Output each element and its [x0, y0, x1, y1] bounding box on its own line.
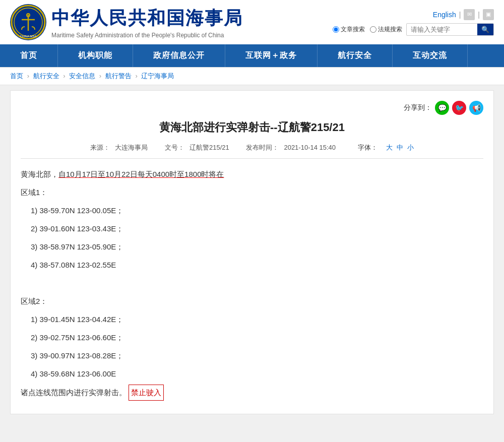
nav-link-home[interactable]: 首页 [0, 44, 57, 67]
breadcrumb-safety[interactable]: 航行安全 [33, 72, 59, 80]
font-size-ctrl: 字体： 大 中 小 [353, 144, 414, 151]
header-right: English | ✉ | ▣ 文章搜索 法规搜索 [333, 9, 494, 36]
nav-link-internet[interactable]: 互联网＋政务 [225, 44, 317, 67]
footer-highlight: 禁止驶入 [129, 385, 164, 401]
zone2-c2: 2) 39-02.75N 123-06.60E； [31, 333, 123, 342]
search-input-wrap: 🔍 [406, 23, 494, 36]
zone1-c2: 2) 39-01.60N 123-03.43E； [31, 224, 123, 233]
zone1-c4: 4) 38-57.08N 123-02.55E [31, 261, 116, 269]
time-value: 2021-10-14 15:40 [284, 144, 336, 151]
intro-text: 黄海北部， [21, 170, 58, 178]
doc-label: 文号：辽航警215/21 [165, 144, 234, 151]
zone2-label-text: 区域2： [21, 297, 47, 305]
zone1-label-text: 区域1： [21, 188, 47, 197]
nav-bar: 首页 机构职能 政府信息公开 互联网＋政务 航行安全 互动交流 [0, 44, 504, 67]
article-meta: 来源：大连海事局 文号：辽航警215/21 发布时间：2021-10-14 15… [21, 143, 483, 159]
site-title-cn: 中华人民共和国海事局 [51, 6, 243, 31]
article-title: 黄海北部进行实弹射击--辽航警215/21 [21, 120, 483, 135]
svg-text:CHINA MSA: CHINA MSA [20, 35, 36, 38]
article-body: 黄海北部，自10月17日至10月22日每天0400时至1800时将在 区域1： … [21, 167, 483, 401]
nav-item-org[interactable]: 机构职能 [58, 44, 133, 67]
search-input[interactable] [407, 24, 477, 35]
source-value: 大连海事局 [115, 144, 148, 151]
sep1: | [459, 11, 461, 19]
zone1-coord3: 3) 38-58.97N 123-05.90E； [31, 239, 483, 255]
font-large-link[interactable]: 大 [386, 144, 393, 151]
zone1-label: 区域1： [21, 185, 483, 200]
search-radio-group: 文章搜索 法规搜索 [333, 25, 402, 34]
sep2: | [478, 11, 480, 19]
share-weibo-icon[interactable]: 🐦 [452, 101, 466, 115]
site-title-en: Maritime Safety Administration of the Pe… [51, 32, 243, 39]
font-small-link[interactable]: 小 [407, 144, 414, 151]
content-wrapper: 分享到： 💬 🐦 📢 黄海北部进行实弹射击--辽航警215/21 来源：大连海事… [10, 90, 494, 414]
zone1-coord1: 1) 38-59.70N 123-00.05E； [31, 203, 483, 218]
breadcrumb: 首页 › 航行安全 › 安全信息 › 航行警告 › 辽宁海事局 [0, 68, 504, 85]
share-bar: 分享到： 💬 🐦 📢 [21, 101, 483, 115]
breadcrumb-warning[interactable]: 航行警告 [105, 72, 132, 80]
breadcrumb-sep4: › [135, 72, 137, 80]
time-range-text: 自10月17日至10月22日每天0400时至1800时将在 [58, 170, 224, 178]
footer-text: 诸点连线范围内进行实弹射击。 [21, 388, 127, 397]
article-footer: 诸点连线范围内进行实弹射击。禁止驶入 [21, 385, 483, 401]
header-links: English | ✉ | ▣ [433, 9, 494, 20]
breadcrumb-liaoning[interactable]: 辽宁海事局 [141, 72, 174, 80]
share-label: 分享到： [404, 103, 432, 112]
share-qq-icon[interactable]: 📢 [469, 101, 483, 115]
breadcrumb-home[interactable]: 首页 [10, 72, 23, 80]
radio-article-label: 文章搜索 [341, 25, 365, 34]
zone1-c1: 1) 38-59.70N 123-00.05E； [31, 206, 123, 215]
nav-link-safety[interactable]: 航行安全 [318, 44, 392, 67]
zone2-coord2: 2) 39-02.75N 123-06.60E； [31, 330, 483, 345]
zone1-coord4: 4) 38-57.08N 123-02.55E [31, 258, 483, 273]
logo-icon: CHINA MSA [10, 4, 46, 40]
time-label: 发布时间：2021-10-14 15:40 [246, 144, 341, 151]
bookmark-icon[interactable]: ▣ [483, 9, 494, 20]
font-medium-link[interactable]: 中 [397, 144, 403, 151]
zone2-coord1: 1) 39-01.45N 123-04.42E； [31, 312, 483, 327]
article-intro: 黄海北部，自10月17日至10月22日每天0400时至1800时将在 [21, 167, 483, 182]
nav-link-interact[interactable]: 互动交流 [393, 44, 467, 67]
search-button[interactable]: 🔍 [477, 24, 493, 35]
nav-link-gov[interactable]: 政府信息公开 [133, 44, 225, 67]
breadcrumb-sep1: › [27, 72, 29, 80]
radio-article[interactable]: 文章搜索 [333, 25, 365, 34]
zone2-c3: 3) 39-00.97N 123-08.28E； [31, 351, 123, 360]
breadcrumb-info[interactable]: 安全信息 [69, 72, 95, 80]
email-icon[interactable]: ✉ [464, 9, 475, 20]
search-area: 文章搜索 法规搜索 🔍 [333, 23, 494, 36]
breadcrumb-sep3: › [99, 72, 101, 80]
nav-item-safety[interactable]: 航行安全 [318, 44, 393, 67]
breadcrumb-sep2: › [63, 72, 65, 80]
nav-item-home[interactable]: 首页 [0, 44, 58, 67]
radio-law-input[interactable] [370, 26, 376, 33]
zone2-c4: 4) 38-59.68N 123-06.00E [31, 369, 116, 378]
site-title: 中华人民共和国海事局 Maritime Safety Administratio… [51, 6, 243, 39]
nav-link-org[interactable]: 机构职能 [58, 44, 133, 67]
source-label: 来源：大连海事局 [90, 144, 153, 151]
nav-list: 首页 机构职能 政府信息公开 互联网＋政务 航行安全 互动交流 [0, 44, 504, 67]
radio-law-label: 法规搜索 [378, 25, 402, 34]
doc-value: 辽航警215/21 [190, 144, 229, 151]
zone2-coord4: 4) 38-59.68N 123-06.00E [31, 366, 483, 382]
zone2-c1: 1) 39-01.45N 123-04.42E； [31, 315, 123, 324]
logo-area: CHINA MSA 中华人民共和国海事局 Maritime Safety Adm… [10, 4, 243, 40]
zone2-label: 区域2： [21, 294, 483, 309]
english-link[interactable]: English [433, 11, 456, 19]
zone1-c3: 3) 38-58.97N 123-05.90E； [31, 242, 123, 251]
radio-article-input[interactable] [333, 26, 339, 33]
share-wechat-icon[interactable]: 💬 [435, 101, 449, 115]
radio-law[interactable]: 法规搜索 [370, 25, 402, 34]
zone1-coord2: 2) 39-01.60N 123-03.43E； [31, 221, 483, 236]
font-label: 字体： [358, 144, 377, 151]
nav-item-interact[interactable]: 互动交流 [393, 44, 468, 67]
nav-item-gov[interactable]: 政府信息公开 [133, 44, 225, 67]
zone2-coord3: 3) 39-00.97N 123-08.28E； [31, 348, 483, 363]
nav-item-internet[interactable]: 互联网＋政务 [225, 44, 318, 67]
